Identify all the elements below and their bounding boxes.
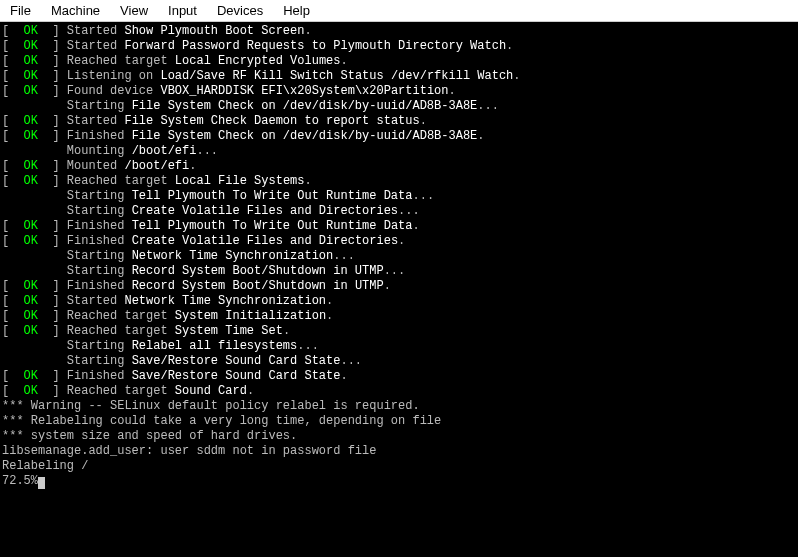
boot-suffix: . xyxy=(189,159,196,173)
status-bracket: ] xyxy=(38,54,67,68)
boot-line: [ OK ] Mounted /boot/efi. xyxy=(2,159,796,174)
boot-plain-line: libsemanage.add_user: user sddm not in p… xyxy=(2,444,796,459)
status-bracket: ] xyxy=(38,324,67,338)
boot-plain-line: Relabeling / xyxy=(2,459,796,474)
boot-suffix: . xyxy=(304,174,311,188)
boot-action: Starting xyxy=(67,189,132,203)
boot-action: Starting xyxy=(67,354,132,368)
boot-action: Reached target xyxy=(67,324,175,338)
boot-suffix: ... xyxy=(333,249,355,263)
boot-line: [ OK ] Reached target System Time Set. xyxy=(2,324,796,339)
status-bracket: ] xyxy=(38,24,67,38)
status-bracket: ] xyxy=(38,39,67,53)
boot-line: Starting Save/Restore Sound Card State..… xyxy=(2,354,796,369)
status-pad xyxy=(2,189,67,203)
menu-view[interactable]: View xyxy=(110,1,158,20)
boot-line: [ OK ] Reached target Local Encrypted Vo… xyxy=(2,54,796,69)
boot-action: Starting xyxy=(67,204,132,218)
boot-unit: Forward Password Requests to Plymouth Di… xyxy=(124,39,506,53)
boot-suffix: ... xyxy=(297,339,319,353)
boot-action: Started xyxy=(67,294,125,308)
boot-unit: Record System Boot/Shutdown in UTMP xyxy=(132,264,384,278)
boot-unit: /boot/efi xyxy=(124,159,189,173)
menu-bar: File Machine View Input Devices Help xyxy=(0,0,798,22)
boot-suffix: ... xyxy=(477,99,499,113)
menu-devices[interactable]: Devices xyxy=(207,1,273,20)
boot-unit: System Initialization xyxy=(175,309,326,323)
boot-unit: File System Check on /dev/disk/by-uuid/A… xyxy=(132,99,478,113)
status-bracket: [ xyxy=(2,309,24,323)
boot-line: [ OK ] Started Forward Password Requests… xyxy=(2,39,796,54)
boot-console: [ OK ] Started Show Plymouth Boot Screen… xyxy=(0,22,798,557)
boot-action: Reached target xyxy=(67,309,175,323)
status-bracket: ] xyxy=(38,219,67,233)
boot-line: Starting Create Volatile Files and Direc… xyxy=(2,204,796,219)
boot-action: Reached target xyxy=(67,54,175,68)
status-bracket: ] xyxy=(38,174,67,188)
boot-action: Finished xyxy=(67,279,132,293)
status-bracket: ] xyxy=(38,294,67,308)
boot-suffix: ... xyxy=(384,264,406,278)
status-pad xyxy=(2,354,67,368)
status-ok: OK xyxy=(24,384,38,398)
menu-input[interactable]: Input xyxy=(158,1,207,20)
boot-suffix: ... xyxy=(196,144,218,158)
status-bracket: [ xyxy=(2,69,24,83)
boot-line: Mounting /boot/efi... xyxy=(2,144,796,159)
boot-line: [ OK ] Started Network Time Synchronizat… xyxy=(2,294,796,309)
boot-action: Reached target xyxy=(67,174,175,188)
boot-suffix: ... xyxy=(340,354,362,368)
boot-action: Mounting xyxy=(67,144,132,158)
boot-line: [ OK ] Started File System Check Daemon … xyxy=(2,114,796,129)
status-bracket: [ xyxy=(2,39,24,53)
status-pad xyxy=(2,249,67,263)
boot-unit: Tell Plymouth To Write Out Runtime Data xyxy=(132,219,413,233)
boot-action: Started xyxy=(67,39,125,53)
status-bracket: [ xyxy=(2,219,24,233)
status-bracket: ] xyxy=(38,234,67,248)
boot-unit: Record System Boot/Shutdown in UTMP xyxy=(132,279,384,293)
boot-plain-line: *** system size and speed of hard drives… xyxy=(2,429,796,444)
boot-action: Listening on xyxy=(67,69,161,83)
status-ok: OK xyxy=(24,309,38,323)
boot-suffix: . xyxy=(326,309,333,323)
status-bracket: [ xyxy=(2,129,24,143)
boot-action: Started xyxy=(67,114,125,128)
status-ok: OK xyxy=(24,369,38,383)
boot-unit: File System Check Daemon to report statu… xyxy=(124,114,419,128)
boot-unit: Sound Card xyxy=(175,384,247,398)
boot-unit: Create Volatile Files and Directories xyxy=(132,234,398,248)
status-bracket: ] xyxy=(38,369,67,383)
boot-suffix: . xyxy=(413,219,420,233)
menu-help[interactable]: Help xyxy=(273,1,320,20)
boot-line: [ OK ] Finished Create Volatile Files an… xyxy=(2,234,796,249)
boot-unit: Local Encrypted Volumes xyxy=(175,54,341,68)
boot-action: Finished xyxy=(67,234,132,248)
boot-plain-line: *** Warning -- SELinux default policy re… xyxy=(2,399,796,414)
status-bracket: [ xyxy=(2,384,24,398)
boot-action: Starting xyxy=(67,249,132,263)
status-bracket: [ xyxy=(2,369,24,383)
boot-action: Finished xyxy=(67,369,132,383)
boot-suffix: . xyxy=(506,39,513,53)
status-ok: OK xyxy=(24,219,38,233)
boot-suffix: . xyxy=(304,24,311,38)
status-pad xyxy=(2,264,67,278)
boot-unit: /boot/efi xyxy=(132,144,197,158)
boot-action: Starting xyxy=(67,264,132,278)
status-ok: OK xyxy=(24,24,38,38)
boot-action: Starting xyxy=(67,339,132,353)
boot-unit: System Time Set xyxy=(175,324,283,338)
status-ok: OK xyxy=(24,114,38,128)
boot-suffix: . xyxy=(513,69,520,83)
menu-file[interactable]: File xyxy=(0,1,41,20)
status-bracket: [ xyxy=(2,294,24,308)
status-bracket: ] xyxy=(38,159,67,173)
boot-line: Starting File System Check on /dev/disk/… xyxy=(2,99,796,114)
menu-machine[interactable]: Machine xyxy=(41,1,110,20)
boot-plain-line: *** Relabeling could take a very long ti… xyxy=(2,414,796,429)
boot-unit: Network Time Synchronization xyxy=(132,249,334,263)
boot-unit: Save/Restore Sound Card State xyxy=(132,369,341,383)
boot-action: Started xyxy=(67,24,125,38)
boot-line: [ OK ] Reached target System Initializat… xyxy=(2,309,796,324)
